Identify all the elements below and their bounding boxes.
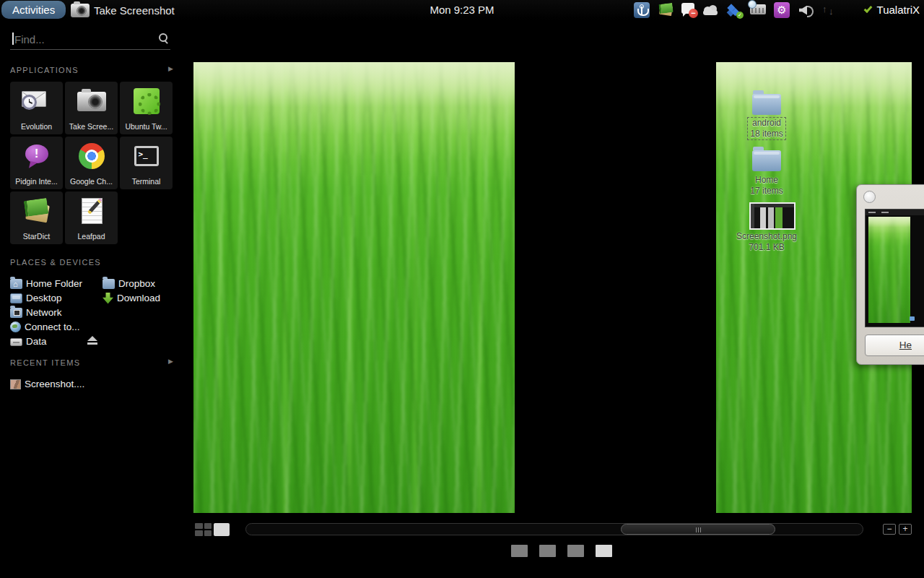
evolution-icon (22, 89, 52, 113)
single-view-button[interactable] (214, 523, 230, 536)
selection-box: android 18 items (747, 117, 785, 140)
dash-panel: APPLICATIONS ▶ Evolution Take Scree... U… (0, 20, 180, 578)
drive-icon (10, 338, 22, 346)
keyboard-icon[interactable] (750, 4, 766, 14)
app-tile-evolution[interactable]: Evolution (10, 82, 63, 134)
zoom-out-button[interactable]: − (883, 524, 896, 535)
cloud-icon[interactable] (702, 2, 718, 18)
app-tile-take-screenshot[interactable]: Take Scree... (65, 82, 118, 134)
stardict-icon[interactable] (658, 2, 674, 18)
camera-icon (77, 92, 106, 111)
download-arrow-icon (103, 293, 113, 304)
settings-gear-icon[interactable] (774, 2, 790, 18)
chat-notification-icon[interactable] (681, 3, 694, 14)
app-tile-leafpad[interactable]: Leafpad (65, 191, 118, 244)
search-box (10, 30, 170, 50)
system-tray (634, 0, 837, 20)
recent-items-header: RECENT ITEMS (10, 358, 80, 367)
pidgin-icon (22, 143, 51, 169)
android-folder-icon[interactable] (752, 94, 781, 115)
screenshot-file-icon[interactable] (749, 202, 796, 230)
app-tile-pidgin[interactable]: Pidgin Inte... (10, 137, 63, 189)
top-bar: Activities Take Screenshot Mon 9:23 PM T… (0, 0, 924, 20)
screenshot-file-label: Screenshot.png 701.1 KB (722, 231, 811, 253)
workspace-page-indicator-3[interactable] (567, 545, 584, 557)
app-tile-ubuntu-tweak[interactable]: Ubuntu Tw... (120, 82, 173, 134)
place-network[interactable]: Network (10, 305, 62, 319)
place-home-folder[interactable]: Home Folder (10, 276, 82, 290)
help-button[interactable]: He (865, 335, 924, 356)
stardict-icon (22, 198, 51, 224)
app-tile-chrome[interactable]: Google Ch... (65, 137, 118, 189)
place-download[interactable]: Download (103, 290, 160, 305)
network-folder-icon (10, 308, 22, 318)
workspace-page-indicator-2[interactable] (539, 545, 556, 557)
search-icon (159, 33, 169, 43)
workspace-page-indicator-4[interactable] (596, 545, 612, 557)
user-menu[interactable]: TualatriX (864, 0, 920, 20)
app-menu-label: Take Screenshot (94, 4, 175, 17)
check-icon (863, 4, 872, 12)
home-folder-icon (10, 279, 22, 289)
place-connect-to[interactable]: Connect to... (10, 319, 80, 334)
activities-button[interactable]: Activities (1, 1, 66, 19)
workspace-thumbnail-1[interactable] (193, 62, 515, 513)
android-folder-label: android 18 items (731, 117, 803, 140)
place-desktop[interactable]: Desktop (10, 290, 62, 305)
volume-icon[interactable] (798, 2, 814, 18)
preview-wallpaper (868, 217, 910, 323)
dropbox-folder-icon (103, 279, 115, 289)
app-grid: Evolution Take Scree... Ubuntu Tw... Pid… (10, 82, 175, 244)
camera-icon (71, 4, 90, 17)
globe-icon (10, 322, 21, 332)
applications-header: APPLICATIONS (10, 66, 79, 74)
desktop-icon (10, 293, 22, 303)
text-caret (12, 33, 14, 45)
leafpad-icon (79, 198, 105, 224)
image-thumbnail-icon (10, 379, 21, 389)
recent-items-expand-icon[interactable]: ▶ (168, 358, 173, 365)
username: TualatriX (877, 4, 920, 16)
recent-item-screenshot[interactable]: Screenshot.... (10, 376, 84, 391)
place-data[interactable]: Data (10, 334, 47, 348)
applications-expand-icon[interactable]: ▶ (168, 65, 173, 72)
screenshot-dialog-window[interactable]: He (856, 184, 924, 365)
home-folder-label: Home 17 items (731, 175, 803, 197)
preview-icon (910, 316, 915, 321)
screenshot-preview (865, 209, 924, 327)
workspace-page-indicator-1[interactable] (511, 545, 528, 557)
eject-icon[interactable] (87, 336, 98, 345)
places-header: PLACES & DEVICES (10, 258, 101, 267)
search-input[interactable] (10, 30, 152, 48)
place-dropbox[interactable]: Dropbox (103, 276, 155, 290)
preview-topbar (866, 210, 924, 215)
home-folder-icon[interactable] (752, 150, 781, 171)
zoom-in-button[interactable]: + (899, 524, 912, 535)
terminal-icon (134, 146, 159, 166)
network-arrows-icon[interactable] (821, 2, 837, 18)
grid-view-button[interactable] (195, 523, 212, 536)
anchor-icon[interactable] (634, 2, 650, 18)
app-menu[interactable]: Take Screenshot (71, 1, 175, 19)
chrome-icon (79, 143, 105, 169)
dropbox-icon[interactable] (726, 2, 742, 18)
app-tile-terminal[interactable]: Terminal (120, 137, 173, 189)
grass-wallpaper (193, 62, 515, 513)
ubuntu-tweak-icon (134, 88, 160, 114)
gnome-shell-activities-overview: Activities Take Screenshot Mon 9:23 PM T… (0, 0, 924, 578)
radio-button[interactable] (863, 191, 876, 203)
scrollbar-thumb[interactable] (621, 524, 775, 535)
workspace-scrollbar[interactable] (245, 523, 863, 535)
app-tile-stardict[interactable]: StarDict (10, 191, 63, 244)
